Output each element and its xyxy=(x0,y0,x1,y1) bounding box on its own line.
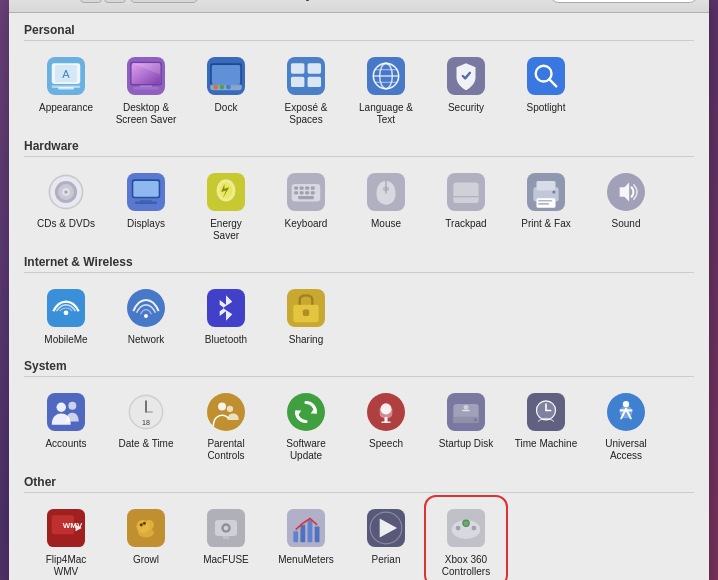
svg-rect-134 xyxy=(315,526,320,542)
print-icon xyxy=(522,168,570,216)
section-other: OtherWMVFlip4Mac WMVGrowlMacFUSEMenuMete… xyxy=(24,475,694,581)
pref-item-spotlight[interactable]: Spotlight xyxy=(508,47,584,131)
svg-rect-68 xyxy=(537,180,556,190)
speech-icon xyxy=(362,388,410,436)
universal-icon xyxy=(602,388,650,436)
svg-rect-64 xyxy=(453,182,478,203)
svg-rect-82 xyxy=(47,393,85,431)
pref-item-mouse[interactable]: Mouse xyxy=(348,163,424,247)
pref-item-growl[interactable]: Growl xyxy=(108,499,184,581)
security-icon xyxy=(442,52,490,100)
svg-rect-81 xyxy=(303,309,309,315)
titlebar: ◀ ▶ Show All System Preferences 🔍 xyxy=(9,0,709,13)
section-grid-internet: MobileMeNetworkBluetoothSharing xyxy=(24,279,694,351)
pref-item-macfuse[interactable]: MacFUSE xyxy=(188,499,264,581)
pref-item-flip4mac[interactable]: WMVFlip4Mac WMV xyxy=(28,499,104,581)
back-button[interactable]: ◀ xyxy=(80,0,102,3)
svg-rect-59 xyxy=(298,195,314,198)
dock-label: Dock xyxy=(215,102,238,114)
keyboard-label: Keyboard xyxy=(285,218,328,230)
svg-point-124 xyxy=(143,521,146,524)
startup-label: Startup Disk xyxy=(439,438,493,450)
pref-item-expose[interactable]: Exposé & Spaces xyxy=(268,47,344,131)
pref-item-softupdate[interactable]: Software Update xyxy=(268,383,344,467)
pref-item-speech[interactable]: Speech xyxy=(348,383,424,467)
pref-item-xbox[interactable]: Xbox 360 Controllers xyxy=(428,499,504,581)
pref-item-trackpad[interactable]: Trackpad xyxy=(428,163,504,247)
svg-rect-31 xyxy=(527,57,565,95)
pref-item-keyboard[interactable]: Keyboard xyxy=(268,163,344,247)
system-preferences-window: ◀ ▶ Show All System Preferences 🔍 Person… xyxy=(9,0,709,580)
sharing-label: Sharing xyxy=(289,334,323,346)
pref-item-menumeters[interactable]: MenuMeters xyxy=(268,499,344,581)
datetime-label: Date & Time xyxy=(118,438,173,450)
pref-item-language[interactable]: Language & Text xyxy=(348,47,424,131)
pref-item-network[interactable]: Network xyxy=(108,279,184,351)
displays-icon xyxy=(122,168,170,216)
perian-icon xyxy=(362,504,410,552)
displays-label: Displays xyxy=(127,218,165,230)
macfuse-icon xyxy=(202,504,250,552)
search-box[interactable]: 🔍 xyxy=(549,0,699,3)
bluetooth-icon xyxy=(202,284,250,332)
keyboard-icon xyxy=(282,168,330,216)
pref-item-perian[interactable]: Perian xyxy=(348,499,424,581)
svg-rect-19 xyxy=(287,57,325,95)
growl-icon xyxy=(122,504,170,552)
pref-item-sharing[interactable]: Sharing xyxy=(268,279,344,351)
pref-item-energy[interactable]: Energy Saver xyxy=(188,163,264,247)
appearance-label: Appearance xyxy=(39,102,93,114)
forward-button[interactable]: ▶ xyxy=(104,0,126,3)
language-label: Language & Text xyxy=(359,102,413,126)
timemachine-icon xyxy=(522,388,570,436)
mobileme-label: MobileMe xyxy=(44,334,87,346)
pref-item-desktop[interactable]: Desktop & Screen Saver xyxy=(108,47,184,131)
pref-item-sound[interactable]: Sound xyxy=(588,163,664,247)
desktop-label: Desktop & Screen Saver xyxy=(116,102,177,126)
network-label: Network xyxy=(128,334,165,346)
svg-point-122 xyxy=(138,528,154,538)
pref-item-accounts[interactable]: Accounts xyxy=(28,383,104,467)
sound-label: Sound xyxy=(612,218,641,230)
perian-label: Perian xyxy=(372,554,401,566)
svg-rect-42 xyxy=(133,180,158,196)
expose-label: Exposé & Spaces xyxy=(285,102,328,126)
svg-point-83 xyxy=(57,402,67,412)
pref-item-dock[interactable]: Dock xyxy=(188,47,264,131)
xbox-label: Xbox 360 Controllers xyxy=(442,554,490,578)
svg-rect-53 xyxy=(305,186,309,189)
svg-rect-22 xyxy=(291,76,304,86)
section-system: SystemAccounts18Date & TimeParental Cont… xyxy=(24,359,694,467)
svg-point-77 xyxy=(144,313,148,317)
pref-item-parental[interactable]: Parental Controls xyxy=(188,383,264,467)
pref-item-bluetooth[interactable]: Bluetooth xyxy=(188,279,264,351)
pref-item-universal[interactable]: Universal Access xyxy=(588,383,664,467)
language-icon xyxy=(362,52,410,100)
svg-point-91 xyxy=(218,402,226,410)
xbox-icon xyxy=(442,504,490,552)
svg-point-93 xyxy=(287,393,325,431)
svg-rect-132 xyxy=(300,524,305,541)
parental-label: Parental Controls xyxy=(207,438,244,462)
macfuse-label: MacFUSE xyxy=(203,554,249,566)
pref-item-displays[interactable]: Displays xyxy=(108,163,184,247)
svg-point-141 xyxy=(472,525,477,530)
timemachine-label: Time Machine xyxy=(515,438,577,450)
svg-point-103 xyxy=(474,418,477,421)
pref-item-print[interactable]: Print & Fax xyxy=(508,163,584,247)
svg-point-75 xyxy=(64,310,69,315)
pref-item-timemachine[interactable]: Time Machine xyxy=(508,383,584,467)
pref-item-security[interactable]: Security xyxy=(428,47,504,131)
svg-rect-20 xyxy=(291,63,304,73)
pref-item-cds[interactable]: CDs & DVDs xyxy=(28,163,104,247)
universal-label: Universal Access xyxy=(605,438,647,462)
show-all-button[interactable]: Show All xyxy=(130,0,198,3)
pref-item-datetime[interactable]: 18Date & Time xyxy=(108,383,184,467)
pref-item-mobileme[interactable]: MobileMe xyxy=(28,279,104,351)
pref-item-startup[interactable]: Startup Disk xyxy=(428,383,504,467)
section-header-internet: Internet & Wireless xyxy=(24,255,694,273)
pref-item-appearance[interactable]: AAppearance xyxy=(28,47,104,131)
svg-rect-16 xyxy=(213,84,218,89)
appearance-icon: A xyxy=(42,52,90,100)
mouse-icon xyxy=(362,168,410,216)
